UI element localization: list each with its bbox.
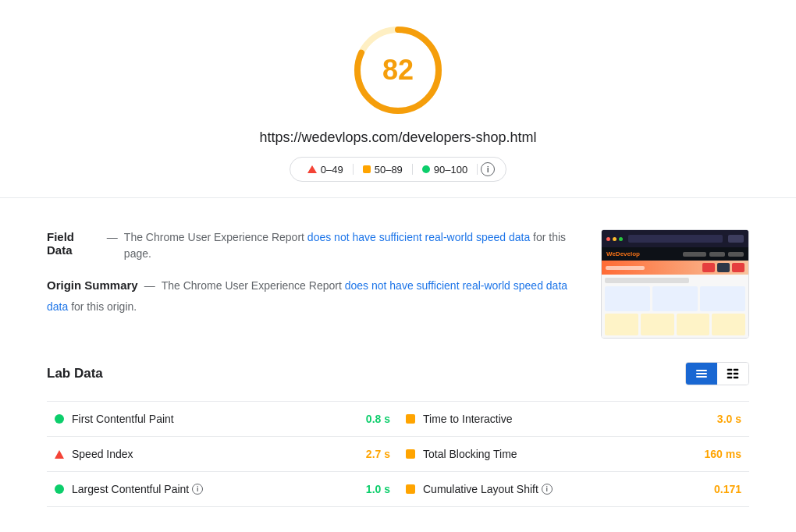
si-indicator bbox=[55, 450, 64, 459]
field-data-title: Field Data bbox=[47, 230, 101, 257]
svg-rect-5 bbox=[727, 369, 732, 371]
fcp-name: First Contentful Paint bbox=[72, 413, 336, 425]
cls-indicator bbox=[406, 484, 415, 494]
field-content: Field Data — The Chrome User Experience … bbox=[47, 229, 577, 331]
si-value: 2.7 s bbox=[343, 448, 390, 460]
metric-cls: Cumulative Layout Shift i 0.171 bbox=[398, 472, 749, 507]
field-section: Field Data — The Chrome User Experience … bbox=[0, 214, 796, 354]
legend-fail: 0–49 bbox=[301, 164, 350, 176]
field-data-link[interactable]: does not have sufficient real-world spee… bbox=[307, 231, 530, 243]
legend-info-icon[interactable]: i bbox=[481, 162, 495, 176]
field-data-title-row: Field Data — The Chrome User Experience … bbox=[47, 229, 577, 262]
metric-fcp: First Contentful Paint 0.8 s bbox=[47, 402, 398, 437]
metric-tbt: Total Blocking Time 160 ms bbox=[398, 437, 749, 472]
legend-pass: 90–100 bbox=[416, 164, 474, 176]
score-section: 82 https://wedevlops.com/developers-shop… bbox=[0, 0, 796, 197]
thumbnail-mock: WeDevelop bbox=[602, 230, 748, 338]
svg-rect-6 bbox=[734, 369, 738, 371]
score-value: 82 bbox=[382, 54, 414, 87]
origin-summary-desc2: data for this origin. bbox=[47, 300, 137, 313]
svg-rect-10 bbox=[734, 377, 738, 378]
cls-info-icon[interactable]: i bbox=[542, 484, 553, 495]
si-name: Speed Index bbox=[72, 448, 336, 460]
lcp-name: Largest Contentful Paint i bbox=[72, 483, 336, 495]
lab-header: Lab Data bbox=[47, 362, 749, 385]
tbt-name: Total Blocking Time bbox=[423, 448, 687, 460]
origin-summary-link[interactable]: does not have sufficient real-world spee… bbox=[345, 279, 567, 292]
metric-si: Speed Index 2.7 s bbox=[47, 437, 398, 472]
metric-lcp: Largest Contentful Paint i 1.0 s bbox=[47, 472, 398, 507]
cls-value: 0.171 bbox=[695, 483, 741, 495]
lab-title: Lab Data bbox=[47, 366, 103, 381]
bar-view-button[interactable] bbox=[686, 363, 717, 385]
pass-range: 90–100 bbox=[434, 164, 467, 176]
cls-name: Cumulative Layout Shift i bbox=[423, 483, 687, 495]
origin-summary-desc: The Chrome User Experience Report does n… bbox=[162, 278, 567, 294]
svg-rect-7 bbox=[727, 373, 732, 374]
top-divider bbox=[0, 197, 796, 198]
lcp-indicator bbox=[55, 484, 64, 494]
fcp-indicator bbox=[55, 414, 64, 424]
average-icon bbox=[363, 165, 371, 173]
legend-average: 50–89 bbox=[357, 164, 409, 176]
origin-summary-dash: — bbox=[144, 279, 155, 292]
fail-range: 0–49 bbox=[321, 164, 343, 176]
tti-indicator bbox=[406, 414, 415, 424]
metrics-grid: First Contentful Paint 0.8 s Time to Int… bbox=[47, 401, 749, 507]
legend-divider-3 bbox=[477, 164, 478, 175]
tti-name: Time to Interactive bbox=[423, 413, 687, 425]
fail-icon bbox=[307, 165, 317, 173]
origin-summary-block: Origin Summary — The Chrome User Experie… bbox=[47, 278, 577, 315]
list-view-button[interactable] bbox=[717, 363, 748, 385]
svg-rect-2 bbox=[696, 370, 707, 371]
svg-rect-9 bbox=[727, 377, 732, 378]
average-range: 50–89 bbox=[375, 164, 403, 176]
field-data-desc: The Chrome User Experience Report does n… bbox=[124, 229, 577, 262]
lcp-info-icon[interactable]: i bbox=[192, 484, 203, 495]
metric-tti: Time to Interactive 3.0 s bbox=[398, 402, 749, 437]
field-data-block: Field Data — The Chrome User Experience … bbox=[47, 229, 577, 262]
svg-rect-8 bbox=[734, 373, 738, 374]
tti-value: 3.0 s bbox=[695, 413, 741, 425]
legend-divider-2 bbox=[412, 164, 413, 175]
svg-rect-3 bbox=[696, 373, 707, 374]
legend-divider-1 bbox=[353, 164, 354, 175]
tbt-value: 160 ms bbox=[695, 448, 741, 460]
origin-summary-title: Origin Summary bbox=[47, 278, 138, 292]
view-toggle bbox=[685, 362, 749, 385]
svg-rect-4 bbox=[696, 376, 707, 378]
score-legend: 0–49 50–89 90–100 i bbox=[290, 157, 506, 182]
lcp-value: 1.0 s bbox=[343, 483, 390, 495]
score-ring: 82 bbox=[351, 23, 445, 117]
field-data-dash: — bbox=[107, 231, 118, 243]
tbt-indicator bbox=[406, 449, 415, 459]
pass-icon bbox=[422, 165, 430, 173]
lab-section: Lab Data bbox=[0, 354, 796, 530]
score-url: https://wedevlops.com/developers-shop.ht… bbox=[259, 129, 536, 146]
page-thumbnail: WeDevelop bbox=[601, 229, 749, 339]
fcp-value: 0.8 s bbox=[343, 413, 390, 425]
origin-summary-link2[interactable]: data bbox=[47, 300, 68, 313]
origin-summary-title-row: Origin Summary — The Chrome User Experie… bbox=[47, 278, 577, 294]
